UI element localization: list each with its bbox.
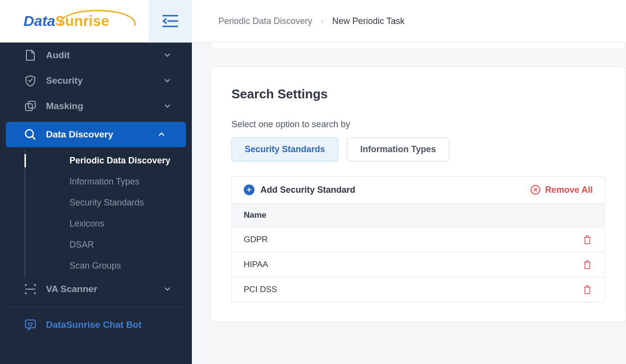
add-security-standard-button[interactable]: + Add Security Standard — [244, 184, 355, 195]
sidebar-item-chatbot[interactable]: DataSunrise Chat Bot — [0, 312, 192, 338]
remove-all-button[interactable]: ✕ Remove All — [531, 185, 593, 195]
sidebar-item-label: VA Scanner — [46, 284, 97, 295]
card-title: Search Settings — [232, 87, 605, 102]
delete-row-button[interactable] — [583, 260, 593, 270]
sub-nav-label: Security Standards — [70, 198, 144, 207]
logo[interactable]: DataSunrise — [23, 13, 109, 29]
remove-all-label: Remove All — [545, 185, 593, 195]
svg-line-6 — [32, 136, 35, 139]
menu-toggle-button[interactable] — [149, 0, 192, 43]
chatbot-icon — [24, 319, 36, 331]
chevron-down-icon — [164, 79, 170, 83]
sidebar-item-audit[interactable]: Audit — [0, 43, 192, 68]
sub-nav-label: DSAR — [70, 240, 94, 250]
sidebar-item-data-discovery[interactable]: Data Discovery — [6, 122, 186, 147]
header: DataSunrise Periodic Data Discovery › Ne… — [0, 0, 626, 43]
logo-data-text: Data — [23, 13, 55, 29]
sidebar-item-label: Audit — [46, 50, 70, 61]
sub-nav-label: Scan Groups — [70, 261, 121, 271]
chevron-up-icon — [159, 133, 164, 136]
breadcrumb-parent[interactable]: Periodic Data Discovery — [218, 16, 312, 26]
shield-icon — [24, 75, 36, 87]
trash-icon — [583, 260, 592, 270]
trash-icon — [583, 285, 592, 295]
previous-card-edge — [210, 43, 626, 49]
plus-circle-icon: + — [244, 184, 255, 195]
delete-row-button[interactable] — [583, 235, 593, 245]
sidebar-item-masking[interactable]: Masking — [0, 93, 192, 119]
tab-label: Information Types — [360, 144, 436, 154]
sub-nav-periodic-data-discovery[interactable]: Periodic Data Discovery — [52, 150, 192, 171]
sub-nav-label: Information Types — [70, 177, 139, 186]
tab-information-types[interactable]: Information Types — [347, 137, 449, 161]
breadcrumb-current: New Periodic Task — [332, 16, 405, 26]
menu-collapse-icon — [162, 15, 178, 27]
chevron-right-icon: › — [321, 17, 324, 25]
svg-rect-8 — [25, 320, 35, 328]
standards-table: + Add Security Standard ✕ Remove All Nam… — [232, 176, 605, 302]
main-content: Search Settings Select one option to sea… — [192, 43, 626, 364]
svg-point-10 — [31, 323, 32, 324]
sidebar-item-label: DataSunrise Chat Bot — [46, 319, 141, 330]
logo-area: DataSunrise — [0, 0, 149, 43]
remove-circle-icon: ✕ — [531, 185, 540, 195]
row-name: PCI DSS — [244, 285, 277, 295]
tab-label: Security Standards — [245, 144, 325, 154]
tab-security-standards[interactable]: Security Standards — [232, 137, 338, 161]
table-toolbar: + Add Security Standard ✕ Remove All — [232, 177, 604, 204]
table-row: GDPR — [232, 228, 604, 252]
chevron-down-icon — [164, 53, 170, 57]
scanner-icon — [24, 283, 36, 295]
column-header-name: Name — [244, 210, 266, 220]
sidebar: Audit Security — [0, 43, 192, 364]
trash-icon — [583, 235, 592, 245]
nav-divider — [10, 307, 182, 307]
chevron-down-icon — [164, 104, 170, 108]
row-name: GDPR — [244, 235, 268, 245]
sub-nav-label: Lexicons — [70, 219, 104, 228]
table-row: PCI DSS — [232, 277, 604, 302]
tab-group: Security Standards Information Types — [232, 137, 605, 161]
sidebar-item-security[interactable]: Security — [0, 68, 192, 93]
delete-row-button[interactable] — [583, 285, 593, 295]
sub-nav-security-standards[interactable]: Security Standards — [52, 192, 192, 213]
svg-point-5 — [25, 130, 33, 137]
search-instruction: Select one option to search by — [232, 119, 605, 130]
sub-nav-scan-groups[interactable]: Scan Groups — [52, 255, 192, 276]
sub-nav-lexicons[interactable]: Lexicons — [52, 213, 192, 234]
sidebar-item-label: Data Discovery — [46, 129, 113, 140]
search-settings-card: Search Settings Select one option to sea… — [210, 67, 626, 322]
sidebar-item-va-scanner[interactable]: VA Scanner — [0, 276, 192, 302]
sidebar-item-label: Masking — [46, 101, 83, 112]
sidebar-item-label: Security — [46, 75, 83, 86]
sub-nav-label: Periodic Data Discovery — [70, 156, 170, 165]
table-row: HIPAA — [232, 252, 604, 277]
masking-icon — [24, 100, 36, 112]
sub-nav-information-types[interactable]: Information Types — [52, 171, 192, 192]
row-name: HIPAA — [244, 260, 268, 270]
logo-sunrise-text: Sunrise — [55, 13, 109, 29]
chevron-down-icon — [164, 287, 170, 291]
file-icon — [24, 49, 36, 61]
svg-point-9 — [28, 323, 29, 324]
add-button-label: Add Security Standard — [260, 185, 355, 195]
sub-nav: Periodic Data Discovery Information Type… — [24, 150, 192, 276]
sub-nav-dsar[interactable]: DSAR — [52, 234, 192, 255]
table-header: Name — [232, 204, 604, 228]
breadcrumb: Periodic Data Discovery › New Periodic T… — [218, 16, 404, 26]
search-icon — [24, 129, 36, 140]
